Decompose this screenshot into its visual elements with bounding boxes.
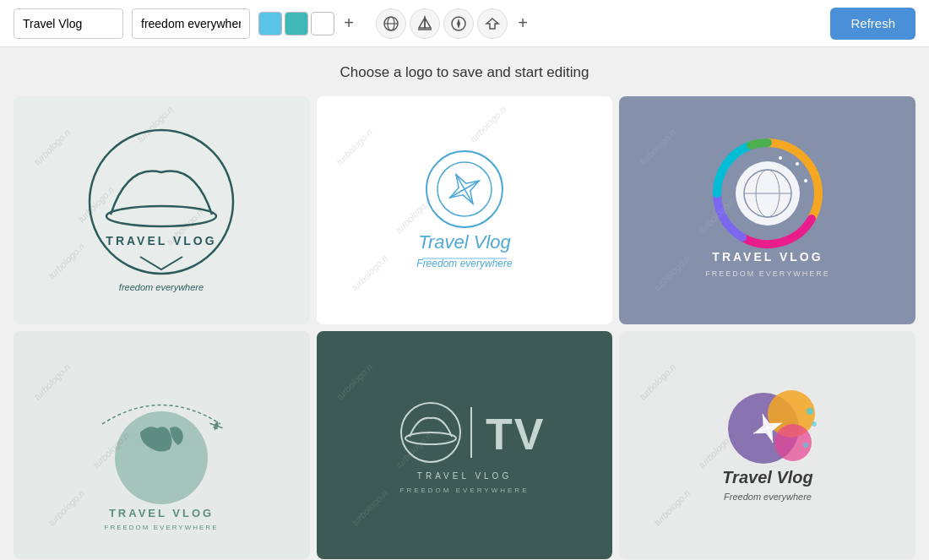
svg-text:FREEDOM EVERYWHERE: FREEDOM EVERYWHERE: [705, 269, 829, 278]
svg-point-32: [405, 432, 456, 444]
svg-text:Freedom everywhere: Freedom everywhere: [724, 492, 812, 502]
globe-icon-btn[interactable]: [376, 8, 406, 39]
icon-style-group: +: [376, 8, 535, 39]
svg-marker-3: [419, 18, 425, 28]
svg-point-44: [803, 443, 808, 448]
logo-card-5[interactable]: turbologo.n turbologo.n turbologo.n TV T…: [317, 331, 613, 559]
svg-text:TRAVEL VLOG: TRAVEL VLOG: [712, 250, 823, 264]
svg-point-9: [106, 206, 216, 226]
svg-point-26: [115, 411, 208, 504]
logo-card-1[interactable]: turbologo.n turbologo.n turbologo.n turb…: [14, 96, 310, 324]
topbar: + + Refresh: [0, 0, 929, 47]
svg-text:Freedom everywhere: Freedom everywhere: [416, 258, 513, 269]
svg-point-21: [779, 156, 782, 160]
svg-point-23: [804, 179, 807, 182]
brand-name-input[interactable]: [14, 8, 123, 39]
logo-card-2[interactable]: turbologo.n turbologo.n turbologo.n turb…: [317, 96, 613, 324]
page-title: Choose a logo to save and start editing: [14, 64, 915, 81]
svg-point-8: [90, 130, 233, 274]
logo-svg-1: TRAVEL VLOG freedom everywhere: [60, 113, 263, 307]
color-palette: +: [258, 12, 361, 35]
svg-text:TV: TV: [486, 410, 545, 459]
swatch-blue[interactable]: [258, 12, 282, 35]
logo-svg-2: Travel Vlog Freedom everywhere: [363, 113, 566, 307]
svg-text:FREEDOM EVERYWHERE: FREEDOM EVERYWHERE: [399, 487, 529, 494]
logo-grid: turbologo.n turbologo.n turbologo.n turb…: [14, 96, 915, 559]
svg-text:Travel Vlog: Travel Vlog: [418, 231, 511, 253]
svg-point-22: [796, 162, 799, 166]
logo-svg-5: TV TRAVEL VLOG FREEDOM EVERYWHERE: [346, 344, 583, 546]
add-color-button[interactable]: +: [337, 12, 361, 35]
logo-card-4[interactable]: turbologo.n turbologo.n turbologo.n TRA: [14, 331, 310, 559]
logo-svg-6: Travel Vlog Freedom everywhere: [666, 348, 869, 542]
svg-marker-7: [457, 19, 460, 29]
svg-text:Travel Vlog: Travel Vlog: [722, 468, 812, 487]
svg-text:TRAVEL VLOG: TRAVEL VLOG: [106, 234, 217, 247]
main-content: Choose a logo to save and start editing …: [0, 47, 929, 560]
refresh-button[interactable]: Refresh: [830, 8, 915, 40]
swatch-white[interactable]: [311, 12, 334, 35]
svg-text:freedom everywhere: freedom everywhere: [119, 282, 204, 292]
swatch-teal[interactable]: [285, 12, 308, 35]
svg-text:TRAVEL VLOG: TRAVEL VLOG: [417, 471, 512, 481]
logo-svg-3: TRAVEL VLOG FREEDOM EVERYWHERE: [666, 113, 869, 307]
svg-text:TRAVEL VLOG: TRAVEL VLOG: [109, 507, 214, 519]
svg-text:FREEDOM EVERYWHERE: FREEDOM EVERYWHERE: [105, 524, 219, 531]
svg-point-39: [774, 424, 812, 461]
svg-point-42: [807, 408, 813, 415]
svg-marker-4: [425, 18, 431, 28]
logo-svg-4: TRAVEL VLOG FREEDOM EVERYWHERE: [60, 344, 263, 546]
tagline-input[interactable]: [132, 8, 250, 39]
logo-card-6[interactable]: turbologo.n turbologo.n turbologo.n: [619, 331, 915, 559]
airplane-icon-btn[interactable]: [477, 8, 508, 39]
compass-icon-btn[interactable]: [443, 8, 474, 39]
svg-point-43: [812, 421, 817, 427]
logo-card-3[interactable]: turbologo.n turbologo.n turbologo.n: [619, 96, 915, 324]
add-style-button[interactable]: +: [511, 12, 535, 35]
sailboat-icon-btn[interactable]: [410, 8, 440, 39]
